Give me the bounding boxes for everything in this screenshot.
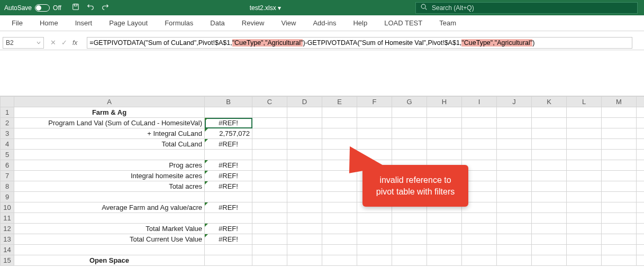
cell[interactable] bbox=[567, 150, 602, 160]
cell[interactable] bbox=[252, 171, 287, 181]
cell[interactable] bbox=[637, 160, 645, 171]
cell[interactable] bbox=[252, 234, 287, 245]
cell[interactable]: Total Current Use Value bbox=[14, 234, 205, 245]
cell[interactable] bbox=[532, 171, 567, 181]
cell[interactable] bbox=[14, 150, 205, 160]
cell[interactable] bbox=[322, 118, 357, 128]
col-header[interactable]: M bbox=[602, 97, 637, 107]
cell[interactable]: #REF! bbox=[205, 224, 252, 234]
row-header[interactable]: 15 bbox=[1, 255, 14, 266]
cell[interactable] bbox=[567, 245, 602, 255]
cell[interactable] bbox=[532, 160, 567, 171]
cell[interactable] bbox=[392, 234, 427, 245]
row-header[interactable]: 11 bbox=[1, 213, 14, 224]
cell[interactable] bbox=[602, 139, 637, 150]
cell[interactable] bbox=[322, 128, 357, 139]
cell[interactable]: Total CuLand bbox=[14, 139, 205, 150]
cell[interactable] bbox=[427, 139, 462, 150]
cell[interactable] bbox=[427, 107, 462, 118]
cell[interactable] bbox=[532, 224, 567, 234]
cell[interactable] bbox=[462, 224, 497, 234]
cell[interactable] bbox=[602, 118, 637, 128]
col-header[interactable]: K bbox=[532, 97, 567, 107]
cell[interactable] bbox=[602, 245, 637, 255]
cell[interactable] bbox=[497, 118, 532, 128]
cell[interactable] bbox=[322, 245, 357, 255]
row-header[interactable]: 6 bbox=[1, 160, 14, 171]
fx-icon[interactable]: fx bbox=[72, 39, 80, 47]
cell[interactable] bbox=[497, 150, 532, 160]
search-input[interactable]: Search (Alt+Q) bbox=[415, 2, 638, 14]
cell[interactable] bbox=[252, 150, 287, 160]
cell[interactable] bbox=[497, 245, 532, 255]
cell[interactable] bbox=[567, 118, 602, 128]
cell[interactable] bbox=[252, 181, 287, 192]
cell[interactable] bbox=[602, 202, 637, 213]
cell[interactable] bbox=[252, 128, 287, 139]
cell[interactable] bbox=[287, 139, 322, 150]
cell[interactable] bbox=[602, 224, 637, 234]
cell[interactable] bbox=[392, 107, 427, 118]
cell[interactable] bbox=[287, 224, 322, 234]
col-header[interactable]: D bbox=[287, 97, 322, 107]
cell[interactable] bbox=[205, 192, 252, 202]
window-title[interactable]: test2.xlsx ▾ bbox=[115, 4, 415, 12]
tab-view[interactable]: View bbox=[273, 15, 304, 31]
worksheet-grid[interactable]: A B C D E F G H I J K L M N 1Farm & Ag2P… bbox=[0, 96, 644, 266]
cell[interactable] bbox=[497, 107, 532, 118]
cell[interactable] bbox=[427, 255, 462, 266]
cell[interactable] bbox=[357, 245, 392, 255]
col-header[interactable]: B bbox=[205, 97, 252, 107]
cell[interactable] bbox=[392, 245, 427, 255]
col-header[interactable]: L bbox=[567, 97, 602, 107]
cell[interactable] bbox=[427, 245, 462, 255]
cell[interactable] bbox=[357, 107, 392, 118]
cell[interactable] bbox=[14, 192, 205, 202]
cell[interactable] bbox=[567, 224, 602, 234]
cell[interactable] bbox=[427, 224, 462, 234]
cell[interactable]: Prog acres bbox=[14, 160, 205, 171]
cell[interactable] bbox=[637, 128, 645, 139]
cell[interactable] bbox=[252, 213, 287, 224]
cell[interactable] bbox=[287, 160, 322, 171]
cell[interactable] bbox=[567, 234, 602, 245]
cell[interactable] bbox=[567, 128, 602, 139]
cell[interactable] bbox=[427, 128, 462, 139]
cell[interactable] bbox=[287, 245, 322, 255]
cell[interactable] bbox=[532, 255, 567, 266]
tab-review[interactable]: Review bbox=[233, 15, 273, 31]
cell[interactable] bbox=[322, 255, 357, 266]
row-header[interactable]: 5 bbox=[1, 150, 14, 160]
cell[interactable] bbox=[392, 128, 427, 139]
cell[interactable] bbox=[252, 202, 287, 213]
tab-formulas[interactable]: Formulas bbox=[156, 15, 202, 31]
cell[interactable] bbox=[637, 245, 645, 255]
cell[interactable] bbox=[287, 150, 322, 160]
cell[interactable] bbox=[322, 192, 357, 202]
row-header[interactable]: 13 bbox=[1, 234, 14, 245]
cell[interactable] bbox=[427, 213, 462, 224]
cell[interactable] bbox=[497, 234, 532, 245]
cell[interactable]: Open Space bbox=[14, 255, 205, 266]
cell[interactable] bbox=[602, 181, 637, 192]
cell[interactable] bbox=[392, 224, 427, 234]
cell[interactable]: #REF! bbox=[205, 202, 252, 213]
cell[interactable]: #REF! bbox=[205, 181, 252, 192]
cell[interactable] bbox=[497, 202, 532, 213]
cell[interactable] bbox=[602, 107, 637, 118]
cell[interactable] bbox=[532, 107, 567, 118]
cell[interactable] bbox=[287, 171, 322, 181]
cell[interactable] bbox=[392, 150, 427, 160]
cell[interactable] bbox=[462, 255, 497, 266]
cell[interactable] bbox=[532, 234, 567, 245]
row-header[interactable]: 12 bbox=[1, 224, 14, 234]
cell[interactable] bbox=[567, 107, 602, 118]
cell[interactable] bbox=[252, 245, 287, 255]
cell[interactable] bbox=[357, 128, 392, 139]
cell[interactable] bbox=[497, 255, 532, 266]
cell[interactable] bbox=[462, 118, 497, 128]
cell[interactable] bbox=[637, 224, 645, 234]
cell[interactable]: Program Land Val (Sum of CuLand - Homesi… bbox=[14, 118, 205, 128]
cell[interactable] bbox=[637, 255, 645, 266]
cell[interactable]: #REF! bbox=[205, 118, 252, 128]
